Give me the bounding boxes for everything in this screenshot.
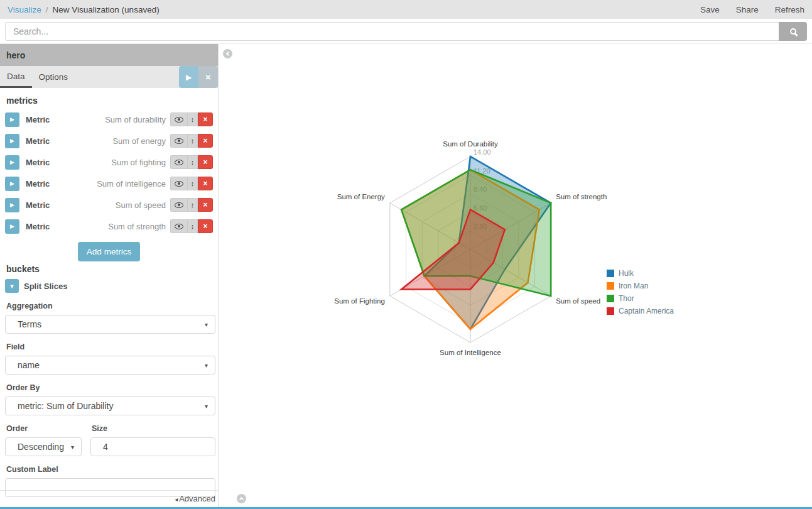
bucket-type-label: Split Slices [24, 282, 67, 291]
reorder-metric-button[interactable]: ↕ [187, 134, 198, 148]
eye-icon [175, 138, 183, 144]
expand-metric-button[interactable]: ▶ [5, 219, 19, 234]
expand-metric-button[interactable]: ▶ [5, 177, 19, 191]
legend-item[interactable]: Hulk [607, 267, 674, 280]
metric-type-label: Metric [26, 200, 50, 210]
reorder-metric-button[interactable]: ↕ [187, 219, 198, 233]
legend-item[interactable]: Captain America [607, 305, 674, 317]
play-icon: ▶ [186, 73, 192, 82]
breadcrumb-separator: / [46, 5, 48, 14]
expand-metric-button[interactable]: ▶ [5, 112, 19, 127]
legend-swatch [607, 270, 614, 277]
metric-agg-label: Sum of strength [108, 222, 166, 231]
collapse-bucket-button[interactable]: ▾ [5, 279, 19, 293]
collapse-sidebar-button[interactable] [223, 49, 232, 58]
triangle-left-icon: ◂ [175, 496, 178, 503]
breadcrumb-visualize-link[interactable]: Visualize [8, 5, 41, 14]
eye-icon [175, 181, 183, 187]
metric-row: ▶ Metric Sum of speed ↕ × [5, 197, 213, 212]
legend-item[interactable]: Thor [607, 292, 674, 305]
up-down-arrows-icon: ↕ [191, 137, 195, 145]
legend-label: Iron Man [619, 282, 648, 290]
play-icon: ▶ [10, 223, 14, 229]
field-label: Field [6, 342, 213, 351]
breadcrumb-current-title: New Visualization (unsaved) [53, 5, 160, 14]
play-icon: ▶ [10, 116, 14, 123]
vis-editor-sidebar: hero Data Options ▶ × metrics ▶ Metric S… [0, 44, 219, 507]
reorder-metric-button[interactable]: ↕ [187, 177, 198, 190]
axis-label: Sum of Energy [337, 193, 385, 200]
save-button[interactable]: Save [700, 5, 720, 14]
remove-metric-button[interactable]: × [198, 134, 213, 148]
size-input[interactable] [90, 437, 215, 456]
advanced-toggle-link[interactable]: ◂Advanced [175, 494, 215, 503]
metric-agg-label: Sum of energy [112, 136, 166, 146]
aggregation-select[interactable]: Terms ▾ [5, 315, 215, 334]
remove-metric-button[interactable]: × [198, 198, 213, 212]
legend-label: Hulk [619, 269, 634, 278]
reorder-metric-button[interactable]: ↕ [187, 112, 198, 126]
remove-metric-button[interactable]: × [198, 177, 213, 190]
legend-label: Captain America [619, 307, 674, 315]
axis-label: Sum of Intelligence [440, 349, 501, 356]
visualization-canvas: 2.805.608.4011.2014.00Sum of DurabilityS… [219, 44, 812, 507]
remove-x-icon: × [203, 115, 207, 124]
close-icon: × [205, 72, 211, 82]
discard-changes-button[interactable]: × [198, 66, 218, 88]
expand-metric-button[interactable]: ▶ [5, 198, 19, 212]
reorder-metric-button[interactable]: ↕ [187, 198, 198, 212]
select-caret-icon: ▾ [205, 321, 208, 328]
add-metrics-button[interactable]: Add metrics [78, 242, 140, 261]
axis-tick-label: 14.00 [474, 148, 491, 156]
eye-icon [175, 160, 183, 165]
remove-x-icon: × [203, 200, 207, 209]
search-icon [790, 28, 796, 35]
apply-changes-button[interactable]: ▶ [179, 66, 198, 88]
editor-form: metrics ▶ Metric Sum of durability ↕ × ▶… [0, 88, 218, 507]
editor-tabs: Data Options ▶ × [0, 66, 218, 88]
metric-type-label: Metric [26, 179, 50, 189]
remove-metric-button[interactable]: × [198, 219, 213, 233]
scroll-top-button[interactable] [237, 494, 246, 503]
field-select[interactable]: name ▾ [5, 356, 215, 375]
search-button[interactable] [779, 22, 807, 41]
metric-agg-label: Sum of durability [105, 115, 166, 124]
chevron-left-icon [226, 52, 230, 56]
chart-legend: Hulk Iron Man Thor Captain America [607, 267, 674, 317]
chevron-up-icon [239, 497, 244, 501]
eye-icon [175, 224, 183, 229]
order-select[interactable]: Descending ▾ [5, 437, 82, 456]
toggle-metric-button[interactable] [170, 177, 187, 190]
top-navbar: Visualize / New Visualization (unsaved) … [0, 0, 812, 19]
search-input[interactable] [5, 22, 779, 41]
legend-item[interactable]: Iron Man [607, 280, 674, 292]
metric-row: ▶ Metric Sum of durability ↕ × [5, 112, 213, 127]
select-caret-icon: ▾ [71, 444, 74, 451]
share-button[interactable]: Share [736, 5, 759, 14]
toggle-metric-button[interactable] [170, 155, 187, 169]
remove-metric-button[interactable]: × [198, 112, 213, 126]
tab-data[interactable]: Data [0, 66, 32, 88]
toggle-metric-button[interactable] [170, 112, 187, 126]
order-by-label: Order By [6, 383, 213, 392]
tab-options[interactable]: Options [32, 66, 75, 88]
remove-x-icon: × [203, 179, 207, 188]
reorder-metric-button[interactable]: ↕ [187, 155, 198, 169]
toggle-metric-button[interactable] [170, 198, 187, 212]
metric-row: ▶ Metric Sum of intelligence ↕ × [5, 176, 213, 191]
expand-metric-button[interactable]: ▶ [5, 155, 19, 170]
remove-x-icon: × [203, 158, 207, 167]
legend-swatch [607, 295, 614, 302]
legend-swatch [607, 307, 614, 315]
play-icon: ▶ [10, 138, 14, 144]
refresh-button[interactable]: Refresh [775, 5, 804, 14]
axis-label: Sum of Durability [443, 140, 498, 148]
remove-x-icon: × [203, 136, 207, 145]
expand-metric-button[interactable]: ▶ [5, 134, 19, 148]
eye-icon [175, 117, 183, 123]
order-by-select[interactable]: metric: Sum of Durability ▾ [5, 397, 215, 415]
toggle-metric-button[interactable] [170, 219, 187, 233]
toggle-metric-button[interactable] [170, 134, 187, 148]
remove-metric-button[interactable]: × [198, 155, 213, 169]
advanced-row: ◂Advanced [0, 490, 218, 507]
